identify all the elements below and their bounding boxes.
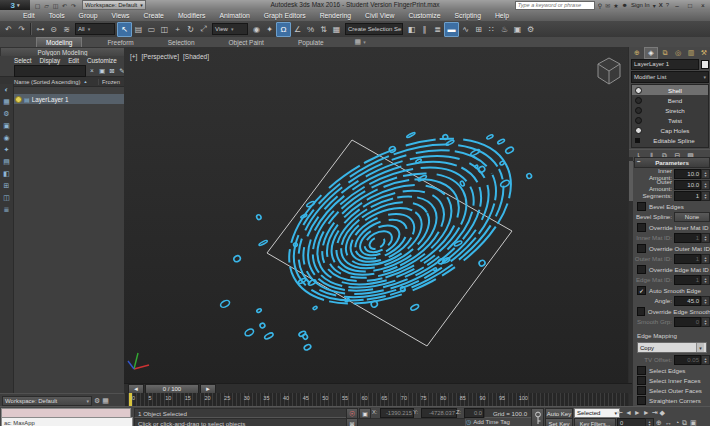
name-column-header[interactable]: Name (Sorted Ascending) [14,79,80,85]
spinner-snap-icon[interactable]: ⇅ [317,23,330,36]
menu-animation[interactable]: Animation [212,12,256,19]
selection-lock-toggle[interactable]: ⊠ [346,418,358,426]
modifier-enabled-bulb-icon[interactable] [635,107,642,114]
render-setup-icon[interactable]: ♨ [498,23,511,36]
help-search-input[interactable] [515,1,595,10]
inner-amount-field[interactable]: 10.0 [674,169,701,179]
modifier-enabled-bulb-icon[interactable] [635,117,642,124]
select-and-link-icon[interactable]: ⊶ [34,23,47,36]
window-crossing-icon[interactable]: ◫ [158,23,171,36]
menu-civil-view[interactable]: Civil View [358,12,401,19]
menu-rendering[interactable]: Rendering [313,12,358,19]
menu-views[interactable]: Views [104,12,136,19]
workspace-selector-bottom[interactable]: Workspace: Default ▾ [2,396,92,406]
chevron-down-icon[interactable]: ▾ [363,39,366,45]
bind-to-space-warp-icon[interactable]: ≋ [60,23,73,36]
maxscript-mini-listener[interactable]: ac: MaxApp [1,417,133,426]
view-cube[interactable] [598,58,620,84]
segments-field[interactable]: 1 [674,191,701,201]
select-and-rotate-icon[interactable]: ↻ [184,23,197,36]
close-button[interactable]: × [698,2,708,9]
sort-ascending-icon[interactable]: ▲ [83,79,87,84]
create-tab[interactable]: ⊕ [631,48,643,58]
curve-editor-icon[interactable]: ∿ [459,23,472,36]
tv-offset-field[interactable]: 0.05 [674,355,701,365]
menu-tools[interactable]: Tools [42,12,72,19]
modifier-stack-item-twist[interactable]: Twist [632,115,708,125]
render-production-icon[interactable]: ⚙ [524,23,537,36]
key-filters-button[interactable]: Key Filters... [574,418,616,426]
edge-mat-id-spinner[interactable]: ▴▾ [701,275,710,285]
lock-cell-editing-icon[interactable]: ⊠ [107,67,117,75]
modifier-list-dropdown[interactable]: Modifier List ▾ [631,71,709,83]
modifier-enabled-bulb-icon[interactable] [635,87,642,94]
maximize-button[interactable]: □ [685,2,695,9]
zoom-extents-icon[interactable]: ⧉ [682,419,687,426]
menu-help[interactable]: Help [488,12,516,19]
redo-icon[interactable]: ↷ [15,23,28,36]
outer-mat-id-spinner[interactable]: ▴▾ [701,254,710,264]
utilities-tab[interactable]: ⚒ [698,48,710,58]
ribbon-tab-object-paint[interactable]: Object Paint [220,37,273,47]
go-to-start-icon[interactable]: ⇤ [617,409,623,417]
find-icon[interactable]: ▣ [97,67,107,75]
menu-create[interactable]: Create [137,12,171,19]
viewport-shading-menu[interactable]: [Shaded] [183,53,209,60]
display-materials-icon[interactable]: ⊞ [4,182,10,194]
unlink-selection-icon[interactable]: ⊝ [47,23,60,36]
layer-manager-icon[interactable]: ≣ [431,23,444,36]
bevel-edges-checkbox[interactable] [637,202,646,211]
menu-graph-editors[interactable]: Graph Editors [257,12,313,19]
modifier-stack-item-editable-spline[interactable]: Editable Spline [632,135,708,145]
modifier-enabled-bulb-icon[interactable] [635,127,642,134]
object-color-swatch[interactable] [701,60,709,69]
hierarchy-tab[interactable]: ⧉ [659,48,671,58]
ribbon-display-icon[interactable]: ▦ [355,38,362,46]
inner-mat-id-spinner[interactable]: ▴▾ [701,233,710,243]
ribbon-toggle-icon[interactable]: ▬ [444,22,459,37]
outer-amount-field[interactable]: 10.0 [674,180,701,190]
modifier-stack-item-stretch[interactable]: Stretch [632,105,708,115]
explorer-layer-row[interactable]: ▤ LayerLayer 1 [13,94,124,104]
manage-workspaces-icon[interactable]: ⚙ [94,397,100,405]
ribbon-tab-freeform[interactable]: Freeform [98,37,142,47]
straighten-corners-checkbox[interactable] [637,396,646,405]
outer-amount-spinner[interactable]: ▴▾ [701,180,710,190]
z-coordinate-field[interactable]: 0.0 [464,408,484,418]
set-key-button[interactable]: Set Key [545,418,573,426]
clear-search-icon[interactable]: × [87,67,97,74]
explorer-menu-display[interactable]: Display [36,57,65,64]
previous-frame-icon[interactable]: ◄ [625,409,632,416]
override-smooth-grp-checkbox[interactable] [637,307,645,316]
menu-customize[interactable]: Customize [401,12,447,19]
use-pivot-center-icon[interactable]: ◉ [250,23,263,36]
y-coordinate-field[interactable]: -4728.037 [421,408,457,418]
select-inner-faces-checkbox[interactable] [637,376,646,385]
go-to-end-icon[interactable]: ⇥ [652,409,658,417]
modifier-stack-item-shell[interactable]: Shell [632,85,708,95]
rendered-frame-window-icon[interactable]: ▣ [511,23,524,36]
outer-mat-id-field[interactable]: 1 [674,254,701,264]
help-icon[interactable]: ? [666,2,669,8]
absolute-relative-coordinate-toggle[interactable]: ▣ [359,408,371,419]
segments-spinner[interactable]: ▴▾ [701,191,710,201]
edit-named-selection-sets-icon[interactable]: ▦ [330,23,343,36]
x-coordinate-field[interactable]: -1390.215 [380,408,414,418]
menu-modifiers[interactable]: Modifiers [171,12,213,19]
menu-edit[interactable]: Edit [16,12,42,19]
explorer-menu-edit[interactable]: Edit [64,57,83,64]
search-icon[interactable]: ⚲ [598,2,602,9]
percent-snap-icon[interactable]: % [304,23,317,36]
maximize-viewport-icon[interactable]: ▣ [690,419,697,426]
add-time-tag-button[interactable]: ◷ Add Time Tag [466,418,510,425]
display-tab[interactable]: ▥ [685,48,697,58]
select-and-move-icon[interactable]: + [171,23,184,36]
object-name-field[interactable] [631,59,699,70]
angle-field[interactable]: 45.0 [674,296,701,306]
display-groups-icon[interactable]: ▤ [3,158,10,170]
align-icon[interactable]: ∥ [418,23,431,36]
select-and-manipulate-icon[interactable]: ✦ [263,23,276,36]
animate-selected-dropdown[interactable]: Selected ▾ [574,408,620,418]
current-frame-field[interactable]: 0 [617,418,648,426]
rectangular-selection-region-icon[interactable]: ▭ [145,23,158,36]
